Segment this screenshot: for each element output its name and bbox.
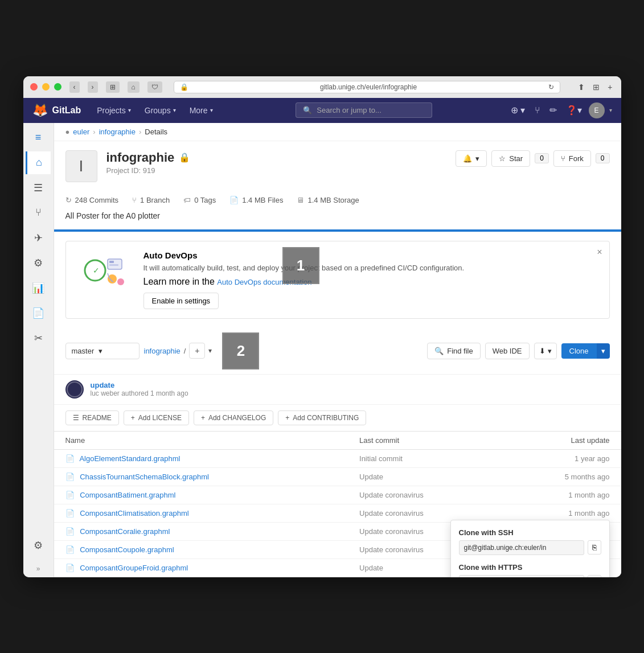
search-area: 🔍 Search or jump to... bbox=[220, 102, 508, 118]
add-license-button[interactable]: + Add LICENSE bbox=[124, 410, 189, 425]
add-contributing-button[interactable]: + Add CONTRIBUTING bbox=[278, 410, 366, 425]
help-icon[interactable]: ❓▾ bbox=[564, 102, 584, 118]
breadcrumb-infographie[interactable]: infographie bbox=[99, 128, 136, 136]
readme-button[interactable]: ☰ README bbox=[65, 410, 119, 425]
file-icon: 📄 bbox=[65, 509, 75, 518]
sidebar-item-operations[interactable]: ⚙ bbox=[26, 252, 51, 274]
clone-https-row: https://gitlab.unige.ch/eule ⎘ bbox=[459, 575, 601, 577]
home-nav-button[interactable]: ⌂ bbox=[128, 81, 140, 93]
nav-more[interactable]: More ▾ bbox=[183, 98, 220, 123]
sidebar-item-home[interactable]: ⌂ bbox=[26, 151, 51, 174]
file-link[interactable]: ComposantGroupeFroid.graphml bbox=[80, 564, 188, 572]
clone-dropdown-button[interactable]: ▾ bbox=[597, 343, 610, 359]
shield-button[interactable]: 🛡 bbox=[147, 81, 162, 93]
add-contributing-icon: + bbox=[285, 414, 289, 422]
forward-button[interactable]: › bbox=[88, 81, 98, 93]
clone-dropdown-arrow: ▾ bbox=[601, 347, 605, 355]
search-placeholder: Search or jump to... bbox=[317, 106, 381, 114]
close-window-button[interactable] bbox=[30, 83, 38, 91]
copy-ssh-button[interactable]: ⎘ bbox=[588, 540, 601, 555]
new-tab-icon[interactable]: ⊞ bbox=[591, 81, 601, 93]
clone-ssh-title: Clone with SSH bbox=[459, 528, 601, 537]
file-link[interactable]: ComposantCoupole.graphml bbox=[80, 545, 174, 554]
add-dropdown-arrow[interactable]: ▾ bbox=[208, 347, 212, 355]
breadcrumb-euler[interactable]: euler bbox=[73, 128, 89, 136]
stat-commits[interactable]: ↻ 248 Commits bbox=[65, 196, 119, 204]
stat-tags[interactable]: 🏷 0 Tags bbox=[183, 196, 216, 204]
table-row: 📄 ChassisTournantSchemaBlock.graphml Upd… bbox=[54, 467, 621, 486]
user-avatar[interactable]: E bbox=[589, 102, 605, 118]
file-icon: 📄 bbox=[65, 454, 75, 463]
project-name: infographie 🔒 bbox=[106, 150, 456, 165]
file-link[interactable]: ComposantBatiment.graphml bbox=[80, 491, 175, 499]
sidebar-item-merge[interactable]: ⑂ bbox=[26, 202, 51, 224]
branch-selector[interactable]: master ▾ bbox=[65, 343, 140, 359]
sidebar-expand-button[interactable]: » bbox=[32, 560, 45, 577]
devops-illustration: ✓ bbox=[75, 250, 132, 290]
file-link[interactable]: AlgoElementStandard.graphml bbox=[79, 454, 180, 463]
notification-button[interactable]: 🔔 ▾ bbox=[456, 150, 487, 167]
sidebar-item-snippets[interactable]: ✂ bbox=[26, 327, 51, 350]
add-changelog-button[interactable]: + Add CHANGELOG bbox=[194, 410, 273, 425]
repo-path-link[interactable]: infographie bbox=[144, 347, 181, 355]
sidebar-item-analytics[interactable]: 📊 bbox=[26, 277, 51, 299]
sidebar-item-issues[interactable]: ☰ bbox=[26, 176, 51, 199]
commit-msg-cell: Initial commit bbox=[348, 449, 502, 467]
sidebar-item-wiki[interactable]: 📄 bbox=[26, 302, 51, 325]
maximize-window-button[interactable] bbox=[54, 83, 61, 91]
svg-rect-3 bbox=[109, 261, 114, 263]
devops-close-button[interactable]: × bbox=[597, 247, 602, 257]
file-link[interactable]: ChassisTournantSchemaBlock.graphml bbox=[80, 473, 209, 481]
add-tab-icon[interactable]: + bbox=[606, 81, 614, 93]
fork-button[interactable]: ⑂ Fork bbox=[553, 150, 591, 167]
address-bar[interactable]: 🔒 gitlab.unige.ch/euler/infographie ↻ bbox=[174, 81, 561, 93]
devops-enable-button[interactable]: Enable in settings bbox=[143, 293, 219, 309]
commit-avatar bbox=[65, 380, 84, 399]
clone-button[interactable]: Clone bbox=[561, 343, 597, 359]
new-item-icon[interactable]: ⊕ ▾ bbox=[508, 102, 527, 118]
file-link[interactable]: ComposantClimatisation.graphml bbox=[80, 509, 188, 518]
copy-https-button[interactable]: ⎘ bbox=[588, 575, 601, 577]
webide-button[interactable]: Web IDE bbox=[485, 343, 530, 359]
project-description: All Poster for the A0 plotter bbox=[54, 211, 621, 229]
sidebar-item-settings[interactable]: ⚙ bbox=[26, 536, 51, 559]
devops-banner: ✓ Auto DevOps bbox=[65, 241, 610, 319]
star-button[interactable]: ☆ Star bbox=[491, 150, 530, 167]
table-row: 📄 AlgoElementStandard.graphml Initial co… bbox=[54, 449, 621, 467]
commits-icon: ↻ bbox=[65, 196, 72, 204]
download-button[interactable]: ⬇ ▾ bbox=[534, 343, 557, 359]
find-file-button[interactable]: 🔍 Find file bbox=[427, 343, 481, 359]
avatar-dropdown-arrow[interactable]: ▾ bbox=[609, 107, 612, 113]
commit-message[interactable]: update bbox=[91, 381, 188, 389]
add-file-button[interactable]: + bbox=[189, 343, 205, 359]
project-header: I infographie 🔒 Project ID: 919 🔔 ▾ bbox=[54, 141, 621, 191]
sidebar-item-menu[interactable]: ≡ bbox=[26, 126, 51, 149]
window-view-button[interactable]: ⊞ bbox=[106, 81, 120, 93]
browser-toolbar: ⬆ ⊞ + bbox=[576, 81, 614, 93]
breadcrumb-details: Details bbox=[145, 128, 167, 136]
gitlab-logo[interactable]: 🦊 GitLab bbox=[32, 103, 81, 118]
add-changelog-icon: + bbox=[201, 414, 205, 422]
storage-icon: 🖥 bbox=[297, 196, 304, 204]
project-stats: ↻ 248 Commits ⑂ 1 Branch 🏷 0 Tags 📄 1.4 … bbox=[54, 191, 621, 211]
nav-groups[interactable]: Groups ▾ bbox=[138, 98, 183, 123]
add-license-icon: + bbox=[131, 414, 135, 422]
stat-branches[interactable]: ⑂ 1 Branch bbox=[132, 196, 170, 204]
table-row: 📄 ComposantBatiment.graphml Update coron… bbox=[54, 486, 621, 504]
share-icon[interactable]: ⬆ bbox=[576, 81, 586, 93]
file-icon: 📄 bbox=[65, 564, 75, 572]
breadcrumb: ● euler › infographie › Details bbox=[54, 123, 621, 141]
merge-requests-icon[interactable]: ⑂ bbox=[532, 103, 543, 118]
repo-toolbar: master ▾ infographie / + ▾ 2 bbox=[54, 328, 621, 374]
reload-icon[interactable]: ↻ bbox=[548, 83, 554, 91]
sidebar-item-ci[interactable]: ✈ bbox=[26, 227, 51, 249]
nav-projects[interactable]: Projects ▾ bbox=[90, 98, 138, 123]
back-button[interactable]: ‹ bbox=[69, 81, 80, 93]
search-box[interactable]: 🔍 Search or jump to... bbox=[296, 102, 432, 118]
minimize-window-button[interactable] bbox=[42, 83, 50, 91]
issues-icon[interactable]: ✏ bbox=[547, 102, 559, 118]
commit-row: update luc weber authored 1 month ago bbox=[54, 374, 621, 404]
branches-icon: ⑂ bbox=[132, 196, 137, 204]
table-header-row: Name Last commit Last update bbox=[54, 431, 621, 449]
file-link[interactable]: ComposantCoralie.graphml bbox=[80, 527, 170, 536]
